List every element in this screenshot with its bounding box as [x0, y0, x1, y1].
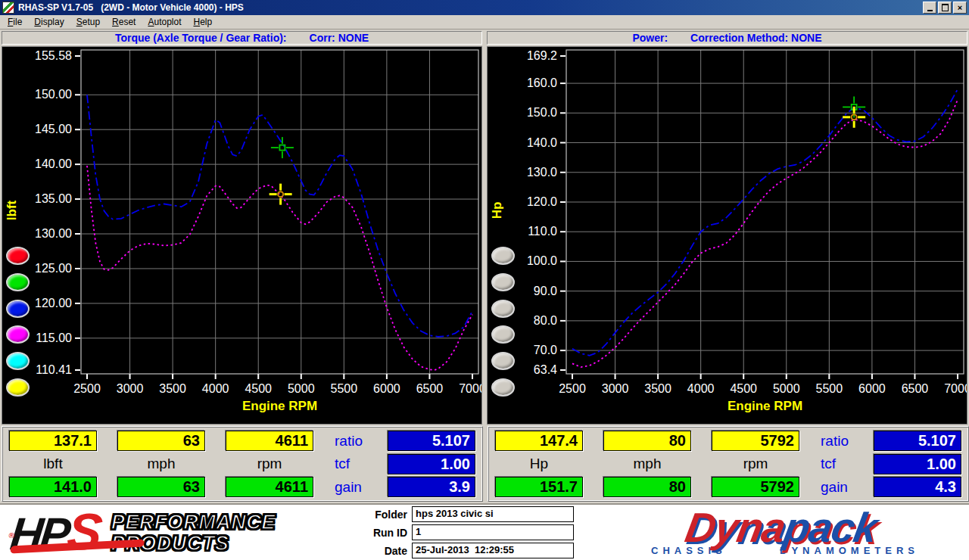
run1-speed-value: 63 — [117, 431, 205, 451]
svg-text:4000: 4000 — [687, 382, 715, 395]
torque-chart-oval-button-3[interactable] — [6, 300, 30, 318]
run1-power-rpm-value: 5792 — [712, 431, 799, 451]
restore-button[interactable] — [938, 2, 952, 14]
dynapack-logo-pack: pack — [780, 504, 880, 551]
dynapack-logo: Dynapack CHASSIS DYNAMOMETERS — [604, 509, 958, 556]
svg-text:70.0: 70.0 — [534, 344, 557, 356]
svg-text:5000: 5000 — [773, 382, 800, 395]
run2-power-value: 151.7 — [495, 477, 583, 497]
app-window: RHAS-SP V1.7-05 (2WD - Motor Vehicle 400… — [0, 0, 969, 560]
menu-autoplot[interactable]: Autoplot — [142, 16, 187, 28]
svg-text:4500: 4500 — [730, 382, 757, 395]
power-chart-oval-button-6[interactable] — [491, 378, 515, 397]
svg-text:140.0: 140.0 — [527, 136, 557, 149]
svg-text:6500: 6500 — [902, 382, 929, 395]
torque-chart-panel: 155.58150.00145.00140.00135.00130.00125.… — [2, 46, 482, 425]
readouts-row: 137.1 lbft 141.0 63 mph 63 4611 rpm 4611… — [0, 425, 969, 503]
svg-text:120.00: 120.00 — [35, 297, 72, 310]
svg-text:7000: 7000 — [459, 382, 481, 395]
run-id-field[interactable]: 1 — [412, 524, 574, 540]
svg-text:3000: 3000 — [602, 382, 629, 395]
svg-text:130.00: 130.00 — [35, 227, 72, 240]
folder-field[interactable]: hps 2013 civic si — [412, 506, 574, 522]
svg-text:Engine RPM: Engine RPM — [728, 399, 802, 413]
power-unit-label: Hp — [495, 454, 583, 474]
svg-text:160.0: 160.0 — [527, 76, 557, 89]
power-chart-oval-button-1[interactable] — [491, 247, 515, 265]
menu-display[interactable]: Display — [28, 16, 70, 28]
menu-setup[interactable]: Setup — [70, 16, 106, 28]
power-chart-oval-button-3[interactable] — [491, 300, 515, 318]
window-controls: × — [921, 2, 967, 14]
hps-logo-s: S — [65, 502, 102, 560]
window-title: RHAS-SP V1.7-05 (2WD - Motor Vehicle 400… — [18, 2, 921, 13]
menu-file[interactable]: File — [2, 16, 28, 28]
run-info-fields: Folder hps 2013 civic si Run ID 1 Date 2… — [363, 506, 584, 558]
power-rpm-unit-label: rpm — [712, 454, 799, 474]
power-rpm-column: 5792 rpm 5792 — [712, 431, 799, 497]
date-label: Date — [363, 545, 407, 557]
rpm-unit-label: rpm — [226, 454, 313, 474]
svg-text:135.00: 135.00 — [35, 192, 72, 205]
restore-icon — [942, 4, 949, 11]
gain-value: 3.9 — [388, 477, 475, 497]
torque-readout-panel: 137.1 lbft 141.0 63 mph 63 4611 rpm 4611… — [2, 426, 483, 502]
torque-chart-oval-button-2[interactable] — [6, 273, 30, 291]
torque-side-readouts: ratio 5.107 tcf 1.00 gain 3.9 — [313, 431, 475, 497]
menu-help[interactable]: Help — [188, 16, 219, 28]
svg-text:5500: 5500 — [816, 382, 843, 395]
power-speed-column: 80 mph 80 — [603, 431, 691, 497]
chart-headers: Torque (Axle Torque / Gear Ratio): Corr:… — [0, 30, 969, 45]
power-value-column: 147.4 Hp 151.7 — [495, 431, 583, 497]
hps-tagline-performance: PERFORMANCE — [111, 512, 276, 533]
app-icon — [2, 2, 14, 14]
power-header: Power: Correction Method: NONE — [487, 31, 967, 45]
svg-text:6000: 6000 — [858, 382, 886, 395]
torque-chart-oval-button-1[interactable] — [6, 247, 30, 265]
power-header-title: Power: — [632, 32, 668, 44]
svg-text:6500: 6500 — [416, 382, 444, 395]
svg-text:5500: 5500 — [331, 382, 358, 395]
torque-rpm-column: 4611 rpm 4611 — [226, 431, 313, 497]
run2-torque-value: 141.0 — [9, 477, 97, 497]
minimize-button[interactable] — [923, 2, 936, 14]
run1-torque-value: 137.1 — [9, 431, 97, 451]
torque-value-column: 137.1 lbft 141.0 — [9, 431, 97, 497]
torque-header: Torque (Axle Torque / Gear Ratio): Corr:… — [2, 31, 482, 45]
hps-logo: HPS ® PERFORMANCE PRODUCTS — [11, 510, 342, 555]
tcf-label: tcf — [313, 456, 388, 472]
svg-text:Engine RPM: Engine RPM — [242, 399, 317, 413]
svg-text:63.4: 63.4 — [534, 363, 557, 376]
run2-power-rpm-value: 5792 — [712, 477, 799, 497]
power-readout-panel: 147.4 Hp 151.7 80 mph 80 5792 rpm 5792 r… — [488, 426, 969, 502]
torque-header-title: Torque (Axle Torque / Gear Ratio): — [115, 32, 287, 44]
svg-text:2500: 2500 — [559, 382, 586, 395]
menu-reset[interactable]: Reset — [106, 16, 142, 28]
power-chart: 169.2160.0150.0140.0130.0120.0110.0100.0… — [488, 47, 967, 424]
svg-text:2500: 2500 — [73, 382, 101, 395]
svg-text:90.0: 90.0 — [534, 285, 557, 297]
run1-power-value: 147.4 — [495, 431, 583, 451]
power-chart-panel: 169.2160.0150.0140.0130.0120.0110.0100.0… — [487, 46, 967, 425]
charts-row: 155.58150.00145.00140.00135.00130.00125.… — [0, 45, 969, 425]
close-button[interactable]: × — [953, 2, 967, 14]
run1-rpm-value: 4611 — [226, 431, 313, 451]
svg-text:Hp: Hp — [490, 202, 504, 219]
svg-text:3500: 3500 — [159, 382, 186, 395]
run-id-label: Run ID — [363, 527, 407, 539]
date-field[interactable]: 25-Jul-2013 12:29:55 — [412, 543, 574, 558]
power-tcf-value: 1.00 — [874, 454, 961, 474]
run2-power-speed-value: 80 — [603, 477, 691, 497]
speed-unit-label: mph — [117, 454, 205, 474]
svg-text:6000: 6000 — [373, 382, 400, 395]
power-chart-oval-button-2[interactable] — [491, 273, 515, 291]
ratio-value: 5.107 — [388, 431, 475, 451]
titlebar: RHAS-SP V1.7-05 (2WD - Motor Vehicle 400… — [0, 0, 969, 15]
run2-rpm-value: 4611 — [226, 477, 313, 497]
svg-text:169.2: 169.2 — [527, 49, 557, 62]
run2-speed-value: 63 — [117, 477, 205, 497]
svg-text:100.0: 100.0 — [527, 254, 557, 267]
minimize-icon — [927, 10, 933, 11]
svg-text:125.00: 125.00 — [35, 262, 72, 275]
torque-chart-oval-button-6[interactable] — [6, 378, 30, 397]
